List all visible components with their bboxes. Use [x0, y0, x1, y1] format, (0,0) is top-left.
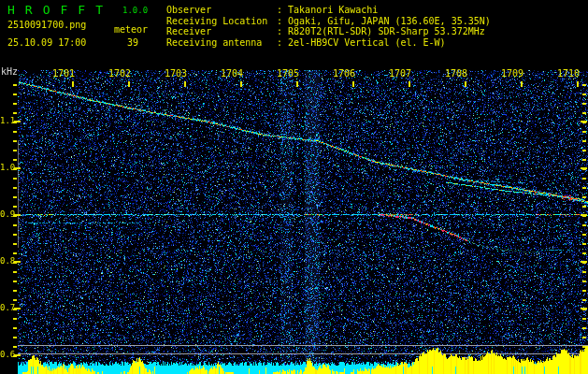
time-tick-label: 1710 [550, 69, 587, 79]
info-label: Receiving antenna [166, 37, 277, 48]
freq-tick-label: 0.6 [0, 351, 15, 359]
time-tick-label: 1709 [494, 69, 531, 79]
time-tick-label: 1702 [101, 69, 138, 79]
info-colon: : [277, 5, 288, 15]
station-info-row: Receiving antenna: 2el-HB9CV Vertical (e… [166, 37, 491, 49]
time-tick-label: 1706 [325, 69, 363, 79]
hrofft-screen: HROFFT 1.0.0 2510091700.png meteor 25.10… [0, 0, 588, 374]
output-filename: 2510091700.png [7, 21, 86, 30]
freq-tick-label: 1.1 [0, 117, 15, 125]
info-colon: : [277, 37, 288, 48]
freq-tick-label: 1.0 [0, 164, 15, 172]
app-version: 1.0.0 [122, 7, 148, 15]
time-tick-label: 1708 [437, 69, 475, 79]
info-colon: : [277, 16, 288, 26]
app-title: HROFFT [7, 4, 113, 16]
info-label: Observer [166, 5, 277, 15]
mode-label: meteor [114, 25, 148, 35]
echo-count: 39 [127, 38, 138, 48]
info-colon: : [277, 26, 288, 36]
time-tick-label: 1703 [157, 69, 194, 79]
station-info-row: Receiver: R820T2(RTL-SDR) SDR-Sharp 53.3… [166, 26, 491, 37]
freq-tick-label: 0.8 [0, 257, 15, 266]
freq-tick-label: 0.9 [0, 210, 15, 219]
station-info-block: Observer: Takanori KawachiReceiving Loca… [166, 5, 491, 48]
time-tick-label: 1701 [45, 69, 82, 79]
observation-datetime: 25.10.09 17:00 [7, 38, 86, 48]
spectrogram-canvas [0, 0, 588, 374]
time-tick-label: 1707 [381, 69, 419, 79]
info-label: Receiver [166, 26, 277, 36]
freq-tick-label: 0.7 [0, 304, 15, 312]
freq-axis-unit-label: kHz [1, 67, 18, 77]
info-label: Receiving Location [166, 16, 277, 26]
station-info-row: Receiving Location: Ogaki, Gifu, JAPAN (… [166, 16, 491, 27]
info-value: 2el-HB9CV Vertical (el. E-W) [288, 37, 446, 48]
info-value: Ogaki, Gifu, JAPAN (136.60E, 35.35N) [288, 16, 491, 26]
time-tick-label: 1704 [213, 69, 251, 79]
station-info-row: Observer: Takanori Kawachi [166, 5, 491, 16]
time-tick-label: 1705 [269, 69, 307, 79]
info-value: R820T2(RTL-SDR) SDR-Sharp 53.372MHz [288, 26, 485, 36]
info-value: Takanori Kawachi [288, 5, 378, 15]
